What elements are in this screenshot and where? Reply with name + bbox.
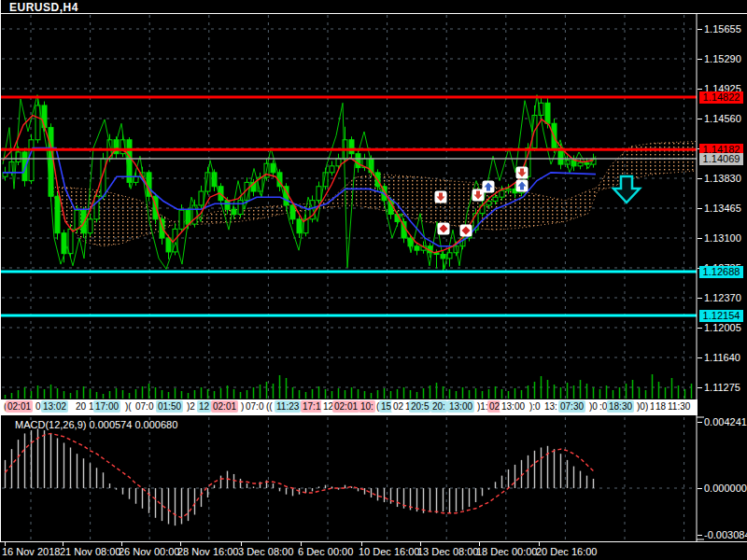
candle: [415, 246, 419, 250]
candlesticks: [3, 96, 596, 271]
trade-time-label[interactable]: 11:30: [666, 400, 692, 413]
trade-arrow-down-marker[interactable]: [516, 167, 529, 179]
candle: [349, 140, 354, 154]
grid: [2, 15, 696, 540]
candle: [506, 189, 511, 190]
date-axis: 16 Nov 201821 Nov 08:0026 Nov 00:0028 No…: [0, 542, 747, 560]
candle: [55, 196, 60, 232]
trade-time-label[interactable]: 13:00: [447, 400, 474, 413]
candle: [238, 201, 243, 215]
trade-arrow-up-marker[interactable]: [483, 181, 495, 193]
trade-time-label[interactable]: 02:01: [211, 400, 238, 413]
trade-time-label[interactable]: 07:30: [558, 400, 585, 413]
price-axis-label: 1.11640: [704, 352, 740, 363]
time-strip: (02:01013:0220117:00)(07:001:50)21202:01…: [0, 399, 698, 415]
date-axis-label: 26 Nov 00:00: [119, 546, 179, 557]
date-axis-label: 3 Dec 08:00: [238, 546, 293, 557]
candle: [81, 210, 86, 233]
macd-axis-label: 0.004241: [704, 416, 747, 427]
trade-time-label[interactable]: 20: [74, 400, 88, 413]
macd-signal-line: [6, 433, 594, 517]
price-axis-label: 1.13830: [704, 173, 741, 184]
candle: [35, 105, 40, 140]
candle: [271, 163, 275, 173]
price-axis-label: 1.11275: [704, 382, 740, 393]
price-level-badge: 1.12154: [699, 310, 743, 322]
date-axis-label: 6 Dec 00:00: [298, 546, 353, 557]
trade-time-label[interactable]: 02:01: [6, 400, 33, 413]
price-level-badge: 1.12688: [699, 266, 743, 278]
time-strip-separator: ((: [264, 400, 275, 413]
candle: [330, 166, 334, 173]
candle: [356, 154, 360, 168]
date-axis-label: 21 Nov 08:00: [60, 546, 120, 557]
price-axis-label: 1.12370: [704, 292, 741, 303]
trade-time-label[interactable]: 20:: [430, 400, 447, 413]
candle: [500, 190, 504, 197]
trade-time-label[interactable]: 18:30: [607, 400, 634, 413]
trade-time-label[interactable]: 17:1: [301, 400, 322, 413]
date-axis-label: 18 Dec 00:00: [476, 546, 537, 557]
date-axis-label: 20 Dec 16:00: [536, 546, 597, 557]
date-axis-label: 10 Dec 16:00: [359, 546, 419, 557]
trade-time-label[interactable]: 12: [197, 400, 211, 413]
candle: [578, 162, 583, 166]
candle: [192, 205, 197, 224]
diamond-marker[interactable]: [438, 223, 450, 235]
mt4-chart-window: EURUSD,H4 MACD(12,26,9) 0.000574 0.00068…: [0, 0, 747, 560]
candle: [297, 219, 302, 233]
chart-canvas[interactable]: [0, 0, 747, 560]
date-axis-label: 16 Nov 2018: [2, 546, 60, 557]
candle: [545, 103, 550, 123]
trade-arrow-up-marker[interactable]: [516, 180, 529, 192]
trade-time-label[interactable]: 13:02: [41, 400, 68, 413]
trade-time-label[interactable]: 20:5: [409, 400, 430, 413]
macd-panel: [6, 428, 594, 525]
time-strip-separator: )(: [123, 400, 134, 413]
price-axis-label: 1.15290: [704, 53, 741, 64]
symbol-title: EURUSD,H4: [9, 1, 78, 14]
trade-time-label[interactable]: 13:: [543, 400, 559, 413]
candle: [166, 238, 171, 252]
candle: [493, 197, 498, 201]
candle: [88, 219, 92, 233]
price-level-badge: 1.14069: [699, 153, 743, 165]
macd-axis-label: -0.003084: [704, 529, 747, 540]
trade-time-label[interactable]: 07:0: [134, 400, 155, 413]
candle: [486, 202, 491, 205]
price-axis-label: 1.14560: [704, 113, 741, 124]
price-axis-label: 1.13100: [704, 232, 741, 244]
trade-time-label[interactable]: 13:00: [500, 400, 527, 413]
price-axis-label: 1.12005: [704, 322, 741, 333]
trade-time-label[interactable]: 01:50: [156, 400, 183, 413]
candle: [179, 210, 184, 229]
candle: [68, 229, 73, 253]
macd-indicator-label: MACD(12,26,9) 0.000574 0.000680: [15, 419, 177, 430]
trade-time-label[interactable]: 17:00: [93, 400, 120, 413]
candle: [317, 187, 321, 201]
price-axis: 1.156551.152901.149251.145601.141951.138…: [698, 0, 747, 560]
price-level-badge: 1.14822: [699, 91, 743, 104]
trade-time-label[interactable]: 02:01: [332, 400, 359, 413]
trade-arrow-down-marker[interactable]: [435, 191, 447, 203]
candle: [75, 210, 79, 229]
candle: [49, 128, 53, 197]
price-axis-label: 1.13465: [704, 203, 741, 214]
date-axis-label: 28 Nov 16:00: [177, 546, 238, 557]
macd-axis-label: 0.000000: [704, 483, 747, 494]
volume-bars: [6, 374, 692, 399]
candle: [290, 205, 295, 219]
candle: [29, 140, 34, 181]
time-strip-separator: ):0: [528, 400, 543, 413]
candle: [94, 196, 99, 219]
date-axis-label: 13 Dec 08:00: [417, 546, 478, 557]
time-strip-separator: )2: [185, 400, 197, 413]
trade-time-label[interactable]: 10:: [359, 400, 375, 413]
price-axis-label: 1.15655: [704, 23, 741, 35]
trade-time-label[interactable]: 11:23: [275, 400, 301, 413]
diamond-marker[interactable]: [460, 225, 472, 237]
candle: [199, 191, 204, 205]
trade-time-label[interactable]: 07:0: [244, 400, 265, 413]
